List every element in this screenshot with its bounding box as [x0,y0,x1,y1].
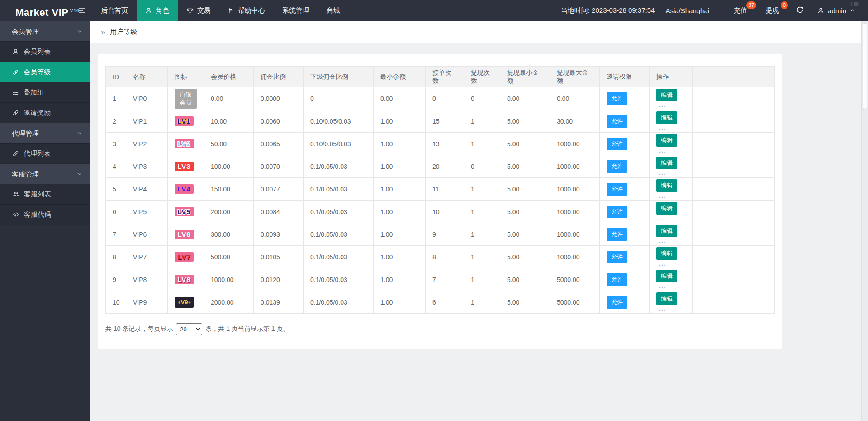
nav-item-help[interactable]: 帮助中心 [219,0,274,21]
more-actions[interactable]: ... [659,101,666,109]
sidebar-item-stack-group[interactable]: 叠加组 [0,82,90,102]
nav-item-label: 角色 [156,6,169,15]
more-actions[interactable]: ... [659,305,666,312]
cell-filler [693,110,775,133]
edit-button[interactable]: 编辑 [656,225,677,237]
cell-commission: 0.0120 [254,268,304,291]
nav-item-trade[interactable]: 交易 [178,0,219,21]
allow-button[interactable]: 允许 [607,92,627,105]
cell-withdraw_times: 1 [464,223,500,246]
cell-price: 50.00 [204,133,254,155]
cell-filler [693,223,775,246]
edit-button[interactable]: 编辑 [656,247,677,260]
sidebar-item-service-code[interactable]: 客服代码 [0,204,90,225]
nav-item-role[interactable]: 角色 [137,0,178,21]
more-actions[interactable]: ... [659,260,666,267]
more-actions[interactable]: ... [659,192,666,199]
cell-price: 300.00 [204,223,254,246]
allow-button[interactable]: 允许 [607,206,627,218]
nav-item-system[interactable]: 系统管理 [274,0,318,21]
per-page-select[interactable]: 20 [176,323,202,335]
sidebar-item-invite-reward[interactable]: 邀请奖励 [0,102,90,123]
cell-price: 0.00 [204,87,254,110]
edit-button[interactable]: 编辑 [656,179,677,192]
menu-toggle-button[interactable] [71,0,92,21]
cell-withdraw_min: 5.00 [500,178,550,201]
level-badge: 白银会员 [175,89,197,109]
sidebar-item-service-list[interactable]: 客服列表 [0,184,90,204]
vertical-scrollbar[interactable] [861,21,868,421]
more-actions[interactable]: ... [659,282,666,290]
allow-button[interactable]: 允许 [607,273,627,286]
refresh-button[interactable] [788,6,812,15]
column-header: 会员价格 [204,67,254,87]
allow-button[interactable]: 允许 [607,251,627,263]
allow-button[interactable]: 允许 [607,183,627,196]
more-actions[interactable]: ... [659,237,666,244]
cell-icon: LV6 [168,223,204,246]
sidebar-item-label: 邀请奖励 [24,109,51,117]
more-actions[interactable]: ... [659,215,666,222]
edit-button[interactable]: 编辑 [656,157,677,169]
edit-button[interactable]: 编辑 [656,134,677,147]
cell-id: 7 [106,223,126,246]
cell-withdraw_times: 0 [464,87,500,110]
column-header: 下级佣金比例 [304,67,374,87]
cell-icon: LV3 [168,155,204,178]
sidebar-item-agent-list[interactable]: 代理列表 [0,143,90,163]
more-actions[interactable]: ... [659,169,666,177]
allow-button[interactable]: 允许 [607,115,627,128]
chevron-down-icon [77,29,82,34]
scrollbar-thumb[interactable] [863,23,867,109]
cell-withdraw_times: 0 [464,155,500,178]
cell-min_balance: 1.00 [374,268,426,291]
recharge-button[interactable]: 充值 87 [725,0,756,21]
edit-button[interactable]: 编辑 [656,89,677,101]
cell-withdraw_max: 5000.00 [550,268,600,291]
cell-name: VIP6 [126,223,168,246]
allow-button[interactable]: 允许 [607,228,627,241]
nav-item-home[interactable]: 后台首页 [92,0,137,21]
cell-icon: LV4 [168,178,204,201]
cell-filler [693,178,775,201]
column-header: 名称 [126,67,168,87]
allow-button[interactable]: 允许 [607,160,627,173]
sidebar-group-agent[interactable]: 代理管理 [0,123,90,143]
nav-item-label: 交易 [197,6,211,15]
more-actions[interactable]: ... [659,124,666,131]
person-icon [817,7,824,14]
level-badge: LV4 [175,184,194,194]
cell-filler [693,291,775,314]
cell-orders: 15 [426,110,464,133]
edit-button[interactable]: 编辑 [656,202,677,215]
cell-icon: LV5 [168,201,204,223]
users-icon [12,191,19,198]
sidebar-item-member-level[interactable]: 会员等级 [0,62,90,82]
username: admin [828,7,846,14]
cell-id: 4 [106,155,126,178]
allow-button[interactable]: 允许 [607,296,627,309]
cell-filler [693,155,775,178]
pagination: 共 10 条记录，每页显示 20 条，共 1 页当前显示第 1 页。 [105,322,289,336]
sidebar-group-member[interactable]: 会员管理 [0,21,90,41]
edit-button[interactable]: 编辑 [656,292,677,305]
cell-icon: +V9+ [168,291,204,314]
withdraw-button[interactable]: 提现 0 [756,0,788,21]
cell-name: VIP7 [126,246,168,268]
cell-name: VIP4 [126,178,168,201]
cell-price: 200.00 [204,201,254,223]
edit-button[interactable]: 编辑 [656,270,677,282]
column-header: 提现次数 [464,67,500,87]
table-row: 3VIP2LV250.000.00650.10/0.05/0.031.00131… [106,133,775,155]
cell-name: VIP3 [126,155,168,178]
user-menu[interactable]: admin [812,7,861,14]
sidebar-group-service[interactable]: 客服管理 [0,163,90,184]
sidebar-item-member-list[interactable]: 会员列表 [0,41,90,62]
allow-button[interactable]: 允许 [607,138,627,150]
more-actions[interactable]: ... [659,147,666,154]
level-badge: +V9+ [175,297,194,308]
cell-invite-permission: 允许 [600,87,650,110]
cell-actions: 编辑... [650,178,693,201]
nav-item-mall[interactable]: 商城 [318,0,349,21]
edit-button[interactable]: 编辑 [656,111,677,124]
